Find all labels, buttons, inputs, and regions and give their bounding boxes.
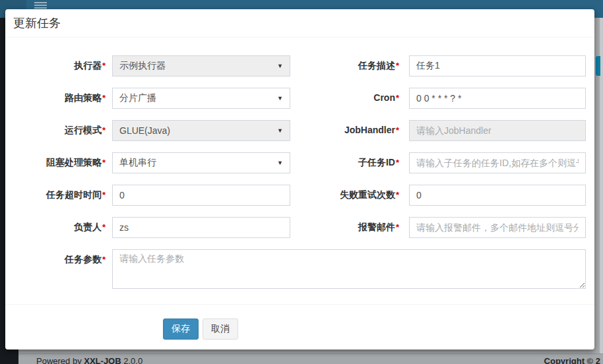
brand-text: XXL-JOB	[84, 356, 121, 364]
required-mark: *	[396, 93, 399, 103]
chevron-down-icon: ▼	[277, 160, 283, 166]
required-mark: *	[102, 222, 106, 232]
job-param-label: 任务参数*	[5, 249, 106, 266]
child-job-id-input[interactable]	[409, 152, 586, 173]
update-job-modal: 更新任务 执行器* 示例执行器 ▼ 任务描述* 路由策略* 分片广播 ▼ Cro…	[5, 9, 594, 349]
executor-label: 执行器*	[5, 55, 106, 72]
version-text: 2.0.0	[123, 356, 143, 364]
job-desc-label: 任务描述*	[290, 55, 399, 72]
required-mark: *	[396, 61, 399, 71]
fail-retry-label: 失败重试次数*	[290, 185, 399, 201]
required-mark: *	[102, 61, 106, 71]
save-button[interactable]: 保存	[163, 318, 199, 340]
page-footer: Powered by XXL-JOB 2.0.0 Copyright © 2	[18, 353, 603, 364]
job-handler-label: JobHandler*	[290, 120, 399, 135]
required-mark: *	[102, 93, 106, 103]
timeout-input[interactable]	[112, 185, 290, 206]
powered-by-text: Powered by XXL-JOB 2.0.0	[36, 356, 143, 364]
cron-label: Cron*	[290, 88, 399, 103]
fail-retry-input[interactable]	[409, 185, 586, 206]
child-job-id-label: 子任务ID*	[290, 152, 399, 169]
chevron-down-icon: ▼	[277, 63, 283, 69]
alarm-email-label: 报警邮件*	[290, 217, 399, 233]
menu-icon[interactable]	[34, 2, 47, 9]
modal-header: 更新任务	[5, 9, 594, 38]
block-strategy-select[interactable]: 单机串行 ▼	[112, 152, 290, 173]
chevron-down-icon: ▼	[277, 95, 283, 102]
job-param-textarea[interactable]	[112, 249, 586, 289]
cancel-button[interactable]: 取消	[203, 318, 238, 340]
copyright-text: Copyright © 2	[544, 356, 600, 364]
required-mark: *	[102, 125, 106, 135]
required-mark: *	[396, 125, 399, 135]
background-button-fragment	[596, 56, 600, 76]
author-input[interactable]	[112, 217, 290, 238]
block-strategy-label: 阻塞处理策略*	[5, 152, 106, 169]
required-mark: *	[102, 255, 106, 264]
required-mark: *	[102, 158, 106, 167]
executor-select: 示例执行器 ▼	[112, 55, 290, 76]
job-desc-input[interactable]	[409, 55, 586, 76]
required-mark: *	[102, 190, 106, 200]
job-handler-input	[409, 120, 586, 141]
required-mark: *	[396, 190, 399, 200]
modal-body: 执行器* 示例执行器 ▼ 任务描述* 路由策略* 分片广播 ▼ Cron* 运行…	[5, 38, 594, 340]
author-label: 负责人*	[5, 217, 106, 233]
footer-divider	[5, 304, 594, 305]
cron-input[interactable]	[409, 88, 586, 109]
alarm-email-input[interactable]	[409, 217, 586, 238]
timeout-label: 任务超时时间*	[5, 185, 106, 201]
required-mark: *	[396, 158, 399, 167]
required-mark: *	[396, 222, 399, 232]
route-strategy-select[interactable]: 分片广播 ▼	[112, 88, 290, 109]
chevron-down-icon: ▼	[277, 127, 283, 134]
glue-type-label: 运行模式*	[5, 120, 106, 136]
route-strategy-label: 路由策略*	[5, 88, 106, 104]
glue-type-select: GLUE(Java) ▼	[112, 120, 290, 141]
modal-title: 更新任务	[13, 17, 587, 30]
